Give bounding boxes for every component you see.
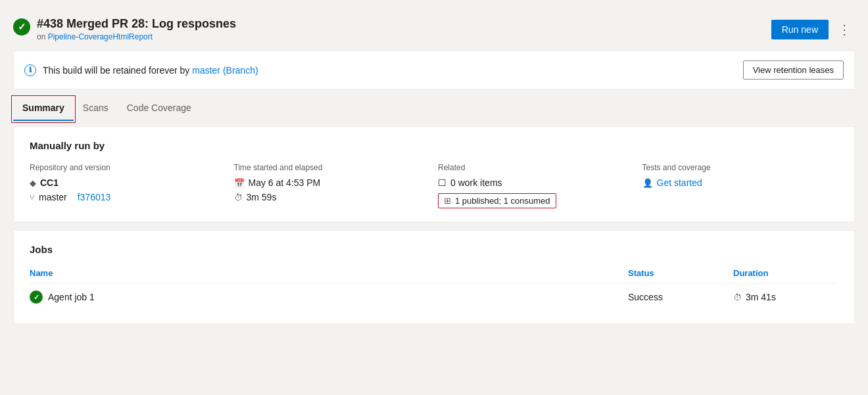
branch-icon: ⑂ [30,193,35,202]
job-name-cell: Agent job 1 [30,284,628,311]
time-col: Time started and elapsed 📅 May 6 at 4:53… [234,163,431,208]
pipeline-subtitle: on Pipeline-CoverageHtmlReport [37,32,236,41]
repo-name: CC1 [40,177,59,188]
summary-card: Manually run by Repository and version ◆… [13,126,855,222]
view-retention-leases-button[interactable]: View retention leases [743,60,844,80]
run-by-title: Manually run by [30,140,838,151]
person-icon: 👤 [642,178,653,188]
jobs-title: Jobs [30,244,838,255]
job-status-cell: Success [628,284,733,311]
info-icon: ℹ [24,64,36,76]
jobs-card: Jobs Name Status Duration Agent job 1 [13,230,855,324]
related-label: Related [438,163,635,172]
clock-icon: ⏱ [234,193,243,202]
header-right: Run new ⋮ [771,20,855,39]
branch-name: master [39,192,67,202]
time-started-item: 📅 May 6 at 4:53 PM [234,177,431,188]
header-left: #438 Merged PR 28: Log resposnes on Pipe… [13,17,236,41]
pipeline-link[interactable]: Pipeline-CoverageHtmlReport [48,32,153,41]
table-row: Agent job 1 Success ⏱ 3m 41s [30,284,838,311]
build-success-icon [13,18,30,35]
repo-name-item: ◆ CC1 [30,177,226,188]
master-branch-link[interactable]: master (Branch) [192,65,258,76]
run-new-button[interactable]: Run new [771,20,829,39]
page-title: #438 Merged PR 28: Log resposnes [37,17,236,31]
job-name[interactable]: Agent job 1 [48,292,95,302]
more-options-button[interactable]: ⋮ [834,20,855,39]
col-header-status: Status [628,264,733,284]
jobs-table-header: Name Status Duration [30,264,838,284]
info-bar-left: ℹ This build will be retained forever by… [24,64,258,76]
calendar-icon: 📅 [234,178,245,188]
work-items-icon: ☐ [438,177,446,188]
tab-code-coverage[interactable]: Code Coverage [118,97,201,121]
get-started-item: 👤 Get started [642,177,839,188]
time-started: May 6 at 4:53 PM [249,177,321,188]
branch-item: ⑂ master f376013 [30,192,226,202]
get-started-link[interactable]: Get started [657,177,702,188]
job-duration: 3m 41s [746,292,776,302]
repo-version-col: Repository and version ◆ CC1 ⑂ master f3… [30,163,226,208]
col-header-name: Name [30,264,628,284]
commit-hash: f376013 [78,192,111,202]
tab-scans[interactable]: Scans [74,97,118,121]
elapsed-item: ⏱ 3m 59s [234,192,431,202]
job-success-icon [30,290,43,304]
retention-message: This build will be retained forever by m… [43,65,258,76]
tab-summary[interactable]: Summary [13,97,74,121]
related-col: Related ☐ 0 work items ⊞ 1 published; 1 … [438,163,635,208]
tests-coverage-label: Tests and coverage [642,163,839,172]
retention-info-bar: ℹ This build will be retained forever by… [13,51,855,89]
run-details-grid: Repository and version ◆ CC1 ⑂ master f3… [30,163,838,208]
artifact-icon: ⊞ [444,196,451,206]
col-header-duration: Duration [733,264,838,284]
header-title-group: #438 Merged PR 28: Log resposnes on Pipe… [37,17,236,41]
elapsed-time: 3m 59s [247,192,277,202]
time-label: Time started and elapsed [234,163,431,172]
published-consumed-badge[interactable]: ⊞ 1 published; 1 consumed [438,193,556,208]
tabs-navigation: Summary Scans Code Coverage [13,97,855,121]
work-items-text: 0 work items [450,177,502,188]
jobs-table: Name Status Duration Agent job 1 Success [30,264,838,310]
page-header: #438 Merged PR 28: Log resposnes on Pipe… [13,11,855,51]
duration-clock-icon: ⏱ [733,292,742,302]
work-items-row: ☐ 0 work items [438,177,635,188]
repo-version-label: Repository and version [30,163,226,172]
repo-icon: ◆ [30,178,36,188]
job-duration-cell: ⏱ 3m 41s [733,284,838,311]
tests-coverage-col: Tests and coverage 👤 Get started [642,163,839,208]
published-consumed-text: 1 published; 1 consumed [455,196,550,206]
